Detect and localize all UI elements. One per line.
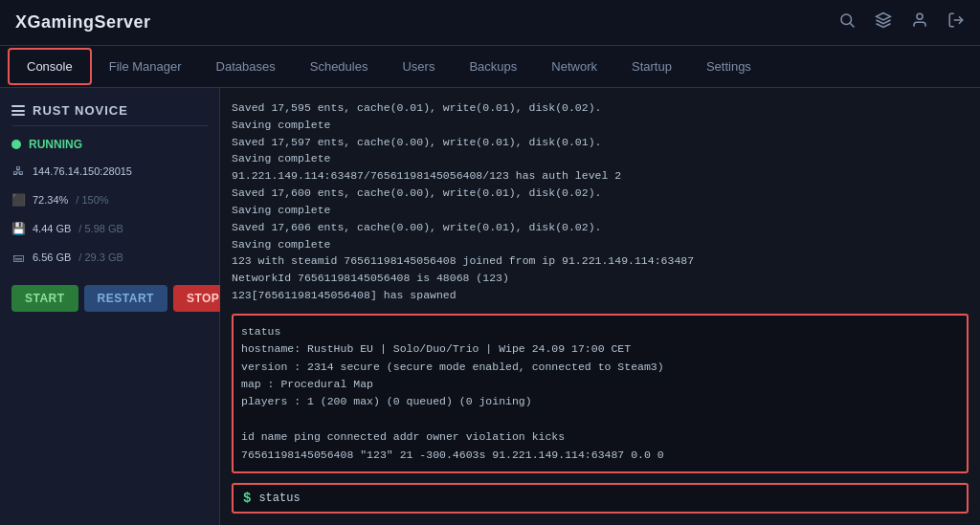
navbar: Console File Manager Databases Schedules…: [0, 46, 980, 88]
nav-console[interactable]: Console: [8, 48, 92, 85]
console-line: Saved 17,597 ents, cache(0.00), write(0.…: [232, 134, 965, 151]
highlighted-line: 76561198145056408 "123" 21 -300.4603s 91…: [241, 447, 959, 464]
svg-point-0: [841, 14, 852, 25]
console-line: 91.221.149.114:63487/76561198145056408/1…: [232, 167, 965, 185]
nav-settings[interactable]: Settings: [689, 50, 768, 83]
nav-backups[interactable]: Backups: [452, 50, 534, 83]
svg-marker-2: [877, 13, 891, 21]
console-line: NetworkId 76561198145056408 is 48068 (12…: [232, 270, 965, 287]
ip-icon: 🖧: [11, 164, 25, 178]
topbar-icons: [838, 11, 965, 33]
nav-file-manager[interactable]: File Manager: [92, 50, 199, 83]
server-controls: START RESTART STOP: [11, 285, 208, 312]
console-line: Saving complete: [232, 117, 965, 134]
console-line: Saved 17,606 ents, cache(0.00), write(0.…: [232, 219, 965, 236]
exit-icon[interactable]: [947, 11, 965, 33]
hamburger-icon: [11, 105, 25, 116]
console-input[interactable]: [258, 492, 957, 505]
nav-users[interactable]: Users: [385, 50, 452, 83]
start-button[interactable]: START: [11, 285, 78, 312]
console-line: Saving complete: [232, 236, 965, 253]
highlighted-line: hostname: RustHub EU | Solo/Duo/Trio | W…: [241, 340, 959, 358]
ram-row: 💾 4.44 GB / 5.98 GB: [11, 220, 208, 237]
highlighted-line: version : 2314 secure (secure mode enabl…: [241, 359, 959, 376]
console-prompt: $: [243, 491, 251, 506]
sidebar: RUST NOVICE RUNNING 🖧 144.76.14.150:2801…: [0, 88, 220, 525]
console-highlighted-block: statushostname: RustHub EU | Solo/Duo/Tr…: [232, 314, 969, 473]
svg-point-3: [917, 13, 923, 19]
status-dot-icon: [11, 140, 21, 149]
nav-schedules[interactable]: Schedules: [293, 50, 386, 83]
console-line: 123 with steamid 76561198145056408 joine…: [232, 252, 965, 270]
console-input-row: $: [232, 483, 969, 514]
cpu-icon: ⬛: [11, 193, 25, 207]
disk-icon: 🖴: [11, 251, 25, 264]
highlighted-line: map : Procedural Map: [241, 376, 959, 393]
layers-icon[interactable]: [875, 11, 892, 33]
main-layout: RUST NOVICE RUNNING 🖧 144.76.14.150:2801…: [0, 88, 980, 525]
server-status: RUNNING: [11, 138, 208, 151]
sidebar-title: RUST NOVICE: [11, 103, 208, 126]
highlighted-line: id name ping connected addr owner violat…: [241, 428, 959, 446]
highlighted-line: [241, 411, 959, 428]
restart-button[interactable]: RESTART: [84, 285, 167, 312]
account-icon[interactable]: [911, 11, 928, 33]
app-logo: XGamingServer: [15, 12, 151, 33]
ram-icon: 💾: [11, 222, 25, 235]
cpu-row: ⬛ 72.34% / 150%: [11, 191, 208, 208]
server-ip-row: 🖧 144.76.14.150:28015: [11, 163, 208, 180]
search-icon[interactable]: [838, 11, 856, 33]
console-line: Saved 17,600 ents, cache(0.00), write(0.…: [232, 185, 965, 202]
console-line: Saved 17,595 ents, cache(0.01), write(0.…: [232, 99, 965, 117]
topbar: XGamingServer: [0, 0, 980, 46]
disk-row: 🖴 6.56 GB / 29.3 GB: [11, 249, 208, 266]
console-line: Saving complete: [232, 202, 965, 219]
nav-startup[interactable]: Startup: [614, 50, 689, 83]
highlighted-line: players : 1 (200 max) (0 queued) (0 join…: [241, 393, 959, 410]
console-line: 123[76561198145056408] has spawned: [232, 287, 965, 302]
nav-databases[interactable]: Databases: [199, 50, 293, 83]
console-output: Saved 17,595 ents, cache(0.01), write(0.…: [232, 99, 969, 302]
highlighted-line: status: [241, 323, 959, 340]
console-line: Saving complete: [232, 150, 965, 167]
console-area: Saved 17,595 ents, cache(0.01), write(0.…: [220, 88, 980, 525]
svg-line-1: [850, 23, 854, 27]
nav-network[interactable]: Network: [534, 50, 614, 83]
